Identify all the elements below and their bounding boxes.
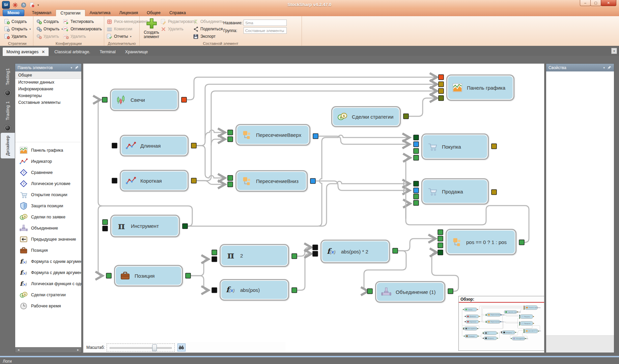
ribbon-tab-Терминал[interactable]: Терминал	[28, 9, 56, 16]
port[interactable]	[367, 289, 372, 294]
port[interactable]	[438, 236, 443, 241]
port[interactable]	[393, 248, 398, 253]
port[interactable]	[414, 155, 419, 160]
port[interactable]	[102, 97, 107, 102]
port[interactable]	[191, 143, 196, 148]
port[interactable]	[228, 130, 233, 135]
slider-thumb[interactable]	[152, 344, 157, 351]
ribbon-button-cfg-open[interactable]: Открыть▾	[36, 25, 63, 33]
pin-icon[interactable]	[607, 65, 612, 70]
alerts-icon[interactable]: !	[29, 2, 35, 8]
app-logo-icon[interactable]: S#	[2, 1, 10, 9]
ribbon-button-share[interactable]: Поделиться	[193, 25, 224, 33]
diagram-node-sell[interactable]: Продажа	[421, 178, 489, 205]
palette-item-Формула с одним аргументом[interactable]: f(x)Формула с одним аргументом	[15, 256, 81, 267]
tab-scroll-button[interactable]: ▾	[611, 48, 617, 54]
port[interactable]	[228, 176, 233, 181]
port[interactable]	[414, 194, 419, 199]
palette-item-Сделки стратегии[interactable]: $$Сделки стратегии	[15, 289, 81, 300]
ribbon-button-doc-del[interactable]: Удалить	[4, 33, 31, 40]
port[interactable]	[212, 250, 217, 255]
chevron-down-icon[interactable]: ▾	[71, 66, 72, 69]
palette-item-Индикатор[interactable]: Индикатор	[15, 156, 81, 167]
logs-label[interactable]: Логи	[3, 359, 12, 364]
field-input-Название[interactable]	[244, 20, 287, 26]
ribbon-tab-Общее[interactable]: Общее	[142, 9, 165, 16]
diagram-node-two[interactable]: π2	[220, 244, 289, 267]
field-input-Группа[interactable]	[244, 27, 287, 34]
diagram-node-abspos2[interactable]: f(x)abs(pos) * 2	[320, 240, 390, 263]
overview-minimap[interactable]: СвечиДлиннаяКороткаяПересечениеВверхПере…	[459, 304, 543, 348]
palette-hscrollbar[interactable]: ◄►	[15, 347, 81, 353]
ribbon-tab-Стратегии[interactable]: Стратегии	[56, 9, 85, 16]
port[interactable]	[519, 240, 524, 245]
ribbon-button-doc-add[interactable]: Создать	[4, 18, 31, 25]
palette-category-Составные элементы[interactable]: Составные элементы	[15, 99, 81, 106]
port[interactable]	[212, 257, 217, 262]
maximize-button[interactable]: ▢	[590, 0, 601, 6]
port[interactable]	[313, 134, 318, 139]
port[interactable]	[191, 178, 196, 183]
ribbon-tab-Лицензия[interactable]: Лицензия	[115, 9, 142, 16]
diagram-node-crossup[interactable]: ПересечениеВверх	[235, 124, 310, 146]
overview-toggle-button[interactable]	[177, 343, 186, 352]
document-tab-Terminal[interactable]: Terminal	[96, 48, 119, 56]
palette-category-Конвертеры[interactable]: Конвертеры	[15, 92, 81, 99]
palette-item-Предыдущее значение[interactable]: Предыдущее значение	[15, 234, 81, 245]
ribbon-tab-Аналитика[interactable]: Аналитика	[85, 9, 115, 16]
port[interactable]	[112, 143, 117, 148]
rail-dot-icon[interactable]	[4, 90, 11, 96]
close-icon[interactable]: ✕	[41, 50, 45, 54]
port[interactable]	[438, 243, 443, 248]
diagram-node-union[interactable]: Объединение (1)	[375, 281, 445, 303]
palette-item-Объединение[interactable]: Объединение	[15, 222, 81, 234]
diagram-node-stratTrades[interactable]: $$Сделки стратегии	[331, 106, 401, 127]
palette-item-Логическое условие[interactable]: ?Логическое условие	[15, 178, 81, 189]
diagram-node-chartPanel[interactable]: Панель графика	[446, 74, 514, 101]
zoom-slider[interactable]	[107, 343, 175, 352]
rail-tab-Testing1[interactable]: Testing1	[1, 66, 15, 87]
palette-item-Сравнение[interactable]: ?Сравнение	[15, 167, 81, 178]
port[interactable]	[313, 251, 318, 256]
diagram-node-candles[interactable]: Свечи	[110, 89, 179, 111]
port[interactable]	[403, 114, 409, 119]
rail-tab-Trading 1[interactable]: Trading 1	[1, 99, 15, 122]
ribbon-tab-Справка[interactable]: Справка	[165, 9, 190, 16]
diagram-node-posexpr[interactable]: pos == 0 ? 1 : pos	[446, 229, 516, 255]
schedule-icon[interactable]	[21, 2, 27, 8]
port[interactable]	[491, 144, 497, 149]
port[interactable]	[103, 226, 108, 231]
document-tab-Хранилище[interactable]: Хранилище	[121, 48, 152, 56]
diagram-node-position[interactable]: Позиция	[114, 265, 183, 286]
quick-access-caret-icon[interactable]: ▾	[37, 3, 39, 7]
ribbon-tab-Меню[interactable]: Меню	[3, 9, 24, 16]
port[interactable]	[414, 142, 419, 147]
slider-track[interactable]	[110, 347, 172, 349]
ribbon-button-doc-open[interactable]: Открыть▾	[4, 25, 31, 33]
port[interactable]	[182, 224, 188, 229]
port[interactable]	[212, 288, 217, 293]
port[interactable]	[448, 289, 453, 294]
ribbon-button-cfg-add[interactable]: Создать	[36, 18, 63, 25]
scroll-left-icon[interactable]: ◄	[17, 348, 20, 352]
pin-icon[interactable]	[75, 65, 79, 70]
palette-item-Формула с двумя аргументами[interactable]: f(x)Формула с двумя аргументами	[15, 267, 81, 278]
diagram-canvas[interactable]: СвечиДлиннаяКороткаяПересечениеВверхПере…	[83, 63, 544, 353]
port[interactable]	[439, 75, 444, 80]
ribbon-button-export[interactable]: Экспорт	[193, 33, 224, 40]
ribbon-button-test[interactable]: Тестировать	[63, 18, 102, 25]
diagram-node-long[interactable]: Длинная	[120, 135, 189, 156]
port[interactable]	[414, 188, 419, 193]
diagram-node-security[interactable]: πИнструмент	[110, 215, 180, 237]
port[interactable]	[310, 179, 315, 184]
port[interactable]	[414, 181, 419, 186]
connect-icon[interactable]	[12, 2, 18, 8]
palette-item-Открытие позиции[interactable]: Открытие позиции	[15, 189, 81, 200]
ribbon-button-create-element[interactable]: Создатьэлемент	[142, 17, 161, 39]
port[interactable]	[103, 220, 108, 225]
diagram-node-abspos[interactable]: f(x)abs(pos)	[220, 279, 289, 301]
close-button[interactable]: ✕	[601, 0, 616, 6]
palette-item-Логическая функция с одним[interactable]: f(x)Логическая функция с одним	[15, 278, 81, 289]
chevron-down-icon[interactable]: ▾	[603, 66, 605, 69]
port[interactable]	[439, 96, 444, 101]
